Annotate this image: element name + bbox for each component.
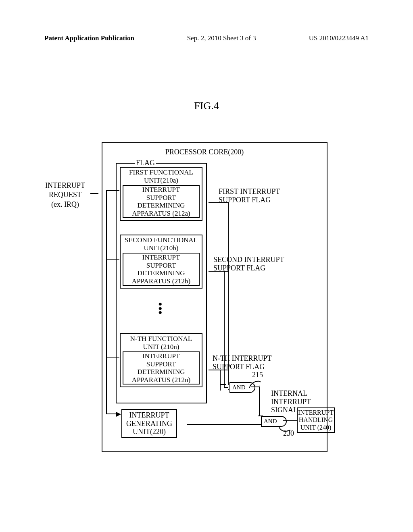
diagram: PROCESSOR CORE(200) INTERRUPT REQUEST (e… bbox=[102, 142, 330, 454]
flag-group-label: FLAG bbox=[135, 159, 156, 167]
header-center: Sep. 2, 2010 Sheet 3 of 3 bbox=[187, 34, 256, 42]
and-gate-1: AND bbox=[229, 382, 250, 393]
irq-label: INTERRUPT REQUEST (ex. IRQ) bbox=[45, 181, 85, 209]
flagn-vline bbox=[220, 370, 221, 391]
functional-unit-2: SECOND FUNCTIONAL UNIT(210b) INTERRUPT S… bbox=[120, 235, 202, 289]
and2-label: AND bbox=[264, 418, 277, 424]
fun-apparatus: INTERRUPT SUPPORT DETERMINING APPARATUS … bbox=[123, 351, 200, 384]
and1-label: AND bbox=[232, 384, 246, 391]
figure-title: FIG.4 bbox=[194, 100, 219, 112]
and2-to-ihu-line bbox=[283, 420, 297, 421]
and1-in-3 bbox=[228, 389, 229, 390]
flag2-text: SECOND INTERRUPT SUPPORT FLAG bbox=[213, 256, 284, 272]
int-signal-line bbox=[251, 387, 260, 416]
ihu-box: INTERRUPT HANDLING UNIT (240) bbox=[297, 407, 335, 433]
functional-unit-1: FIRST FUNCTIONAL UNIT(210a) INTERRUPT SU… bbox=[120, 167, 202, 221]
and1-in-1 bbox=[220, 384, 226, 385]
ref-215: 215 bbox=[252, 371, 263, 379]
fu2-apparatus: INTERRUPT SUPPORT DETERMINING APPARATUS … bbox=[123, 253, 200, 286]
irq-arrow-igen bbox=[116, 412, 121, 417]
igen-box: INTERRUPT GENERATING UNIT(220) bbox=[121, 409, 177, 438]
page-header: Patent Application Publication Sep. 2, 2… bbox=[0, 34, 413, 42]
header-right: US 2010/0223449 A1 bbox=[309, 34, 369, 42]
header-left: Patent Application Publication bbox=[44, 34, 134, 42]
fu1-apparatus: INTERRUPT SUPPORT DETERMINING APPARATUS … bbox=[123, 185, 200, 218]
fun-title: N-TH FUNCTIONAL UNIT (210n) bbox=[121, 334, 202, 351]
irq-bus-v bbox=[106, 190, 107, 414]
and1-in-2 bbox=[224, 387, 228, 388]
processor-core-label: PROCESSOR CORE(200) bbox=[150, 148, 259, 156]
fu1-title: FIRST FUNCTIONAL UNIT(210a) bbox=[121, 168, 202, 185]
and-gate-2: AND bbox=[261, 416, 281, 427]
flagn-text: N-TH INTERRUPT SUPPORT FLAG bbox=[213, 354, 272, 371]
fu2-title: SECOND FUNCTIONAL UNIT(210b) bbox=[121, 235, 202, 253]
interrupt-handling-unit: INTERRUPT HANDLING UNIT (240) bbox=[297, 407, 335, 433]
flag1-text: FIRST INTERRUPT SUPPORT FLAG bbox=[219, 187, 280, 204]
irq-to-igen-h bbox=[106, 414, 117, 414]
igen-output-line bbox=[187, 424, 262, 425]
interrupt-generating-unit: INTERRUPT GENERATING UNIT(220) bbox=[121, 409, 177, 438]
vertical-dots-icon: ••• bbox=[158, 302, 163, 315]
functional-unit-n: N-TH FUNCTIONAL UNIT (210n) INTERRUPT SU… bbox=[120, 333, 202, 387]
irq-line bbox=[90, 193, 98, 194]
